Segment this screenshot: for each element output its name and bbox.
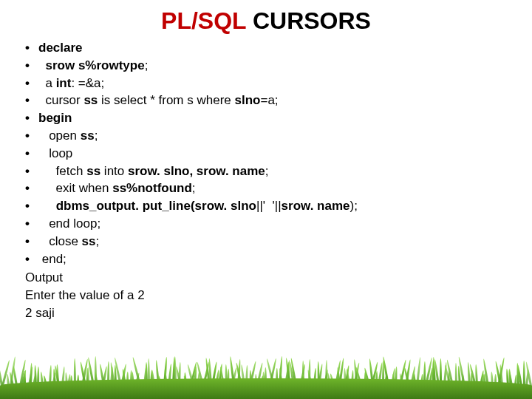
code-line: loop [28, 145, 517, 163]
output-label: Output [25, 269, 517, 287]
code-list: declare srow s%rowtype; a int: =&a; curs… [15, 39, 517, 267]
code-line: dbms_output. put_line(srow. slno||' '||s… [28, 197, 517, 215]
slide: PL/SQL CURSORS declare srow s%rowtype; a… [0, 0, 532, 399]
code-line: close ss; [28, 233, 517, 250]
code-line: cursor ss is select * from s where slno=… [28, 92, 517, 109]
output-line: 2 saji [25, 304, 517, 322]
slide-title: PL/SQL CURSORS [0, 0, 532, 38]
grass-ground [0, 378, 532, 399]
code-line: open ss; [28, 127, 517, 145]
title-accent: PL/SQL [161, 7, 246, 34]
code-line: srow s%rowtype; [28, 57, 517, 75]
code-line: begin [28, 109, 517, 127]
code-line: end loop; [28, 215, 517, 233]
code-line: a int: =&a; [28, 75, 517, 92]
output-line: Enter the value of a 2 [25, 287, 517, 304]
code-line: exit when ss%notfound; [28, 180, 517, 197]
code-line: declare [28, 39, 517, 57]
code-line: fetch ss into srow. slno, srow. name; [28, 163, 517, 180]
grass-footer [0, 347, 532, 399]
output-block: Output Enter the value of a 2 2 saji [15, 269, 517, 321]
code-line: end; [28, 250, 517, 268]
slide-content: declare srow s%rowtype; a int: =&a; curs… [0, 38, 532, 322]
title-rest: CURSORS [246, 7, 371, 34]
